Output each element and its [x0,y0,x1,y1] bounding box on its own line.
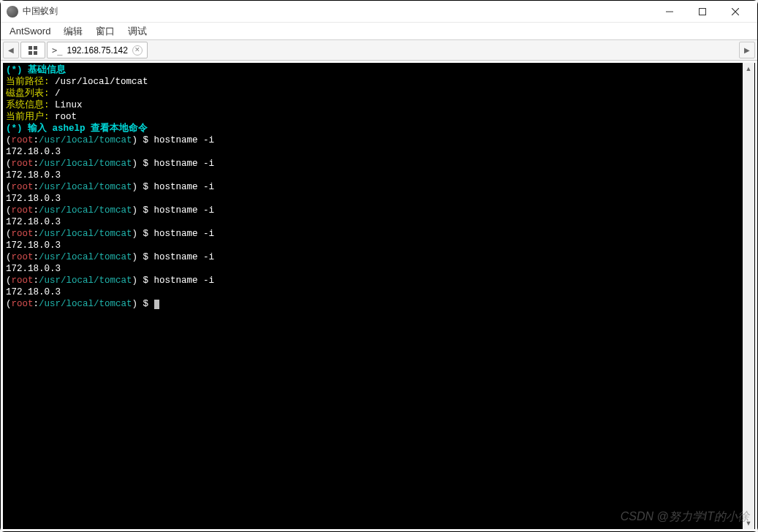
tab-home[interactable] [20,42,45,58]
window-controls [653,1,751,22]
svg-rect-2 [34,46,37,50]
tab-close-button[interactable]: ✕ [132,45,143,56]
window-title: 中国蚁剑 [23,5,653,18]
maximize-icon [699,8,706,15]
menu-debug[interactable]: 调试 [122,23,153,39]
tab-scroll-left[interactable]: ◀ [3,42,19,58]
minimize-icon [666,8,673,15]
vertical-scrollbar[interactable]: ▲ ▼ [743,63,754,529]
scroll-track[interactable] [743,75,754,517]
svg-rect-1 [29,46,32,50]
menu-antsword[interactable]: AntSword [4,24,56,38]
svg-rect-0 [699,8,705,15]
app-icon [7,6,18,18]
terminal-icon: >_ [52,45,62,56]
terminal-container: (*) 基础信息 当前路径: /usr/local/tomcat 磁盘列表: /… [1,61,757,531]
close-button[interactable] [719,1,751,22]
menu-edit[interactable]: 编辑 [58,23,88,39]
tabbar: ◀ >_ 192.168.75.142 ✕ ▶ [1,40,757,61]
menu-window[interactable]: 窗口 [90,23,121,39]
svg-rect-4 [34,51,37,55]
grid-icon [28,45,38,56]
scroll-down-button[interactable]: ▼ [743,517,754,529]
app-window: 中国蚁剑 AntSword 编辑 窗口 调试 ◀ >_ [0,0,758,532]
scroll-up-button[interactable]: ▲ [743,63,754,75]
svg-rect-3 [29,51,32,55]
tabbar-spacer [148,40,738,60]
tab-label: 192.168.75.142 [67,45,127,56]
minimize-button[interactable] [653,1,686,22]
terminal[interactable]: (*) 基础信息 当前路径: /usr/local/tomcat 磁盘列表: /… [3,63,755,529]
tab-terminal[interactable]: >_ 192.168.75.142 ✕ [47,42,148,58]
tab-scroll-right[interactable]: ▶ [739,42,755,58]
close-icon [732,8,739,15]
menubar: AntSword 编辑 窗口 调试 [1,23,757,40]
maximize-button[interactable] [686,1,719,22]
titlebar: 中国蚁剑 [1,1,757,23]
